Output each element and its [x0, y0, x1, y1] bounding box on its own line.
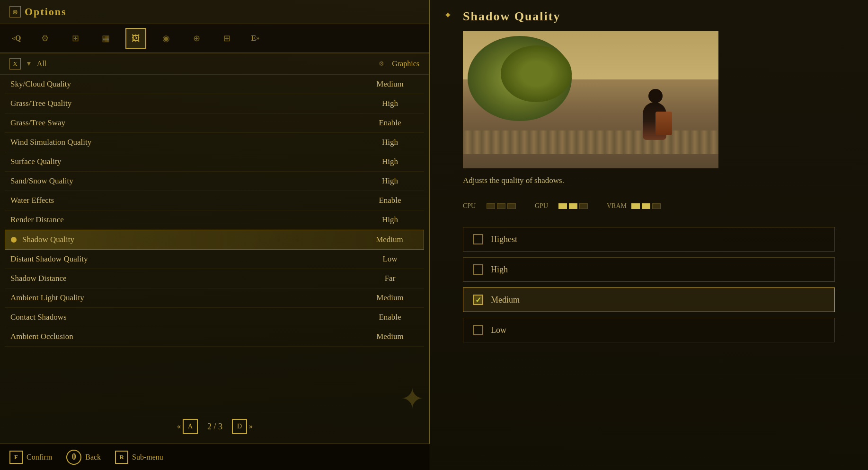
title-icon: ⊛: [9, 6, 21, 17]
option-high[interactable]: High: [463, 257, 835, 282]
rock-layer: [463, 131, 718, 154]
title-bar: ⊛ Options: [0, 0, 429, 24]
tab-accessibility[interactable]: ⊕: [186, 28, 207, 49]
tab-wrench[interactable]: ⚙: [35, 28, 55, 49]
quality-options-list: Highest High Medium Low: [444, 227, 854, 342]
gpu-dot-3: [579, 203, 588, 209]
character-pack: [655, 112, 672, 135]
vram-indicator: VRAM: [607, 202, 661, 210]
gpu-indicator: GPU: [535, 202, 588, 210]
setting-shadow-dist[interactable]: Shadow Distance Far: [5, 269, 424, 288]
tab-display[interactable]: ▦: [95, 28, 116, 49]
setting-grass-tree[interactable]: Grass/Tree Quality High: [5, 94, 424, 113]
corner-decoration: ✦: [400, 382, 424, 416]
back-key: 0: [66, 450, 81, 465]
low-checkbox[interactable]: [473, 325, 483, 335]
confirm-label: Confirm: [27, 453, 52, 461]
confirm-button[interactable]: F Confirm: [9, 451, 52, 464]
settings-list: Sky/Cloud Quality Medium Grass/Tree Qual…: [0, 75, 429, 347]
setting-wind-sim[interactable]: Wind Simulation Quality High: [5, 133, 424, 152]
high-checkbox[interactable]: [473, 264, 483, 275]
right-panel-header: ✦ Shadow Quality: [444, 9, 854, 24]
section-name: Graphics: [392, 60, 419, 68]
vram-dot-1: [631, 203, 640, 209]
setting-render-dist[interactable]: Render Distance High: [5, 210, 424, 230]
window-title: Options: [25, 6, 67, 18]
filter-clear-button[interactable]: X: [9, 58, 21, 70]
setting-shadow-quality[interactable]: Shadow Quality Medium: [5, 230, 424, 250]
highest-label: Highest: [491, 235, 517, 244]
low-label: Low: [491, 325, 506, 335]
cpu-indicator: CPU: [463, 202, 516, 210]
filter-category[interactable]: All: [37, 60, 46, 68]
medium-checkbox[interactable]: [473, 295, 483, 305]
character-head: [648, 89, 663, 103]
left-panel: ⊛ Options « Q ⚙ ⊞ ▦ 🖼 ◉ ⊕ ⊞ E » X ▼ All …: [0, 0, 430, 470]
setting-surface[interactable]: Surface Quality High: [5, 152, 424, 172]
setting-sky-cloud[interactable]: Sky/Cloud Quality Medium: [5, 75, 424, 94]
filter-icon: ▼: [26, 60, 32, 68]
performance-bar: CPU GPU VRAM: [444, 197, 854, 216]
setting-distant-shadow[interactable]: Distant Shadow Quality Low: [5, 250, 424, 269]
gpu-dot-1: [558, 203, 567, 209]
back-label: Back: [85, 453, 101, 461]
d-key[interactable]: D: [232, 419, 247, 434]
prev-bracket: «: [177, 422, 181, 431]
setting-ambient-light[interactable]: Ambient Light Quality Medium: [5, 288, 424, 308]
setting-sand-snow[interactable]: Sand/Snow Quality High: [5, 172, 424, 191]
setting-grass-sway[interactable]: Grass/Tree Sway Enable: [5, 113, 424, 133]
bush-secondary: [501, 45, 572, 102]
option-highest[interactable]: Highest: [463, 227, 835, 252]
right-panel: ✦ Shadow Quality Adjusts the quality of …: [430, 0, 868, 470]
submenu-label: Sub-menu: [132, 453, 163, 461]
page-navigation: « A 2 / 3 D »: [0, 411, 430, 442]
next-page-button[interactable]: D »: [232, 419, 253, 434]
right-panel-title: Shadow Quality: [463, 9, 560, 24]
gpu-label: GPU: [535, 202, 554, 210]
confirm-key: F: [9, 451, 23, 464]
active-indicator-dot: [11, 237, 17, 243]
gpu-dots: [558, 203, 588, 209]
tab-nav-right[interactable]: E »: [247, 28, 264, 49]
tab-language[interactable]: ⊞: [216, 28, 237, 49]
cpu-dot-2: [497, 203, 505, 209]
medium-label: Medium: [491, 295, 520, 305]
setting-water-effects[interactable]: Water Effects Enable: [5, 191, 424, 210]
prev-page-button[interactable]: « A: [177, 419, 198, 434]
cpu-label: CPU: [463, 202, 482, 210]
section-icon: ⚙: [379, 60, 384, 68]
setting-contact-shadows[interactable]: Contact Shadows Enable: [5, 308, 424, 327]
preview-image: [463, 31, 718, 168]
scene-background: [463, 31, 718, 168]
a-key[interactable]: A: [183, 419, 198, 434]
header-star-icon: ✦: [444, 9, 458, 24]
cpu-dot-1: [487, 203, 495, 209]
vram-dot-3: [652, 203, 661, 209]
next-bracket: »: [249, 422, 253, 431]
tab-bar: « Q ⚙ ⊞ ▦ 🖼 ◉ ⊕ ⊞ E »: [0, 24, 429, 53]
bottom-bar: F Confirm 0 Back R Sub-menu: [0, 444, 430, 470]
setting-ambient-occ[interactable]: Ambient Occlusion Medium: [5, 327, 424, 347]
right-bracket: »: [256, 35, 259, 42]
e-key-label: E: [251, 34, 256, 43]
q-key-label: Q: [15, 34, 21, 43]
tab-audio[interactable]: ◉: [156, 28, 177, 49]
left-bracket: «: [12, 35, 15, 42]
submenu-button[interactable]: R Sub-menu: [115, 451, 163, 464]
gpu-dot-2: [569, 203, 577, 209]
submenu-key: R: [115, 451, 128, 464]
vram-label: VRAM: [607, 202, 627, 210]
highest-checkbox[interactable]: [473, 234, 483, 244]
vram-dot-2: [642, 203, 650, 209]
tab-graphics[interactable]: 🖼: [125, 28, 146, 49]
back-button[interactable]: 0 Back: [66, 450, 101, 465]
vram-dots: [631, 203, 661, 209]
tab-controller[interactable]: ⊞: [65, 28, 86, 49]
option-low[interactable]: Low: [463, 318, 835, 342]
option-medium[interactable]: Medium: [463, 287, 835, 312]
high-label: High: [491, 265, 508, 275]
cpu-dots: [487, 203, 516, 209]
tab-nav-left[interactable]: « Q: [8, 28, 25, 49]
filter-bar: X ▼ All ⚙ Graphics: [0, 53, 429, 75]
page-indicator: 2 / 3: [207, 422, 222, 432]
